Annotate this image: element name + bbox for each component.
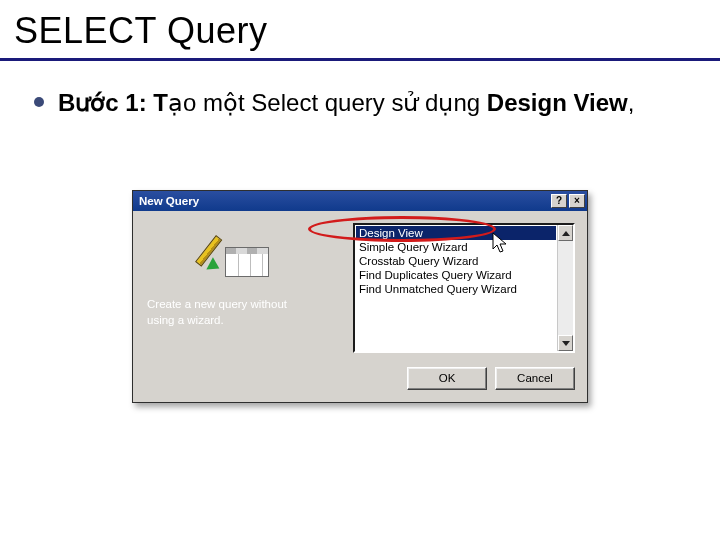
ok-button[interactable]: OK <box>407 367 487 390</box>
bullet-rest: ạo một Select query sử dụng <box>168 89 487 116</box>
title-underline <box>0 58 720 61</box>
dialog-controls: ? × <box>551 194 585 208</box>
dialog-body: Create a new query without using a wizar… <box>133 211 587 402</box>
cancel-button[interactable]: Cancel <box>495 367 575 390</box>
pencil-grid-icon <box>215 237 273 283</box>
dialog-left-pane: Create a new query without using a wizar… <box>145 223 343 353</box>
dialog-button-row: OK Cancel <box>145 353 575 390</box>
help-icon: ? <box>556 196 562 206</box>
bullet-bold-2: Design View <box>487 89 628 116</box>
dialog-top-row: Create a new query without using a wizar… <box>145 223 575 353</box>
wizard-icon-area <box>145 223 343 297</box>
bullet-tail: , <box>628 89 635 116</box>
chevron-up-icon <box>562 231 570 236</box>
list-item[interactable]: Find Duplicates Query Wizard <box>356 268 556 282</box>
close-icon: × <box>574 196 580 206</box>
list-item[interactable]: Find Unmatched Query Wizard <box>356 282 556 296</box>
list-item[interactable]: Design View <box>356 226 556 240</box>
bullet-bold-1: Bước 1: T <box>58 89 168 116</box>
close-button[interactable]: × <box>569 194 585 208</box>
dialog-title: New Query <box>139 195 551 207</box>
bullet-row: Bước 1: Tạo một Select query sử dụng Des… <box>0 87 720 119</box>
list-item[interactable]: Simple Query Wizard <box>356 240 556 254</box>
query-type-listbox[interactable]: Design ViewSimple Query WizardCrosstab Q… <box>353 223 575 353</box>
new-query-dialog: New Query ? × <box>132 190 588 403</box>
chevron-down-icon <box>562 341 570 346</box>
desc-line-2: using a wizard. <box>147 314 224 326</box>
scroll-down-button[interactable] <box>558 335 573 351</box>
dialog-frame: New Query ? × <box>132 190 588 403</box>
dialog-titlebar[interactable]: New Query ? × <box>133 191 587 211</box>
dialog-description: Create a new query without using a wizar… <box>145 297 343 328</box>
scroll-up-button[interactable] <box>558 225 573 241</box>
slide: SELECT Query Bước 1: Tạo một Select quer… <box>0 0 720 540</box>
help-button[interactable]: ? <box>551 194 567 208</box>
listbox-scrollbar[interactable] <box>557 225 573 351</box>
desc-line-1: Create a new query without <box>147 298 287 310</box>
bullet-text: Bước 1: Tạo một Select query sử dụng Des… <box>58 87 634 119</box>
bullet-dot-icon <box>34 97 44 107</box>
slide-title: SELECT Query <box>0 0 720 58</box>
list-item[interactable]: Crosstab Query Wizard <box>356 254 556 268</box>
